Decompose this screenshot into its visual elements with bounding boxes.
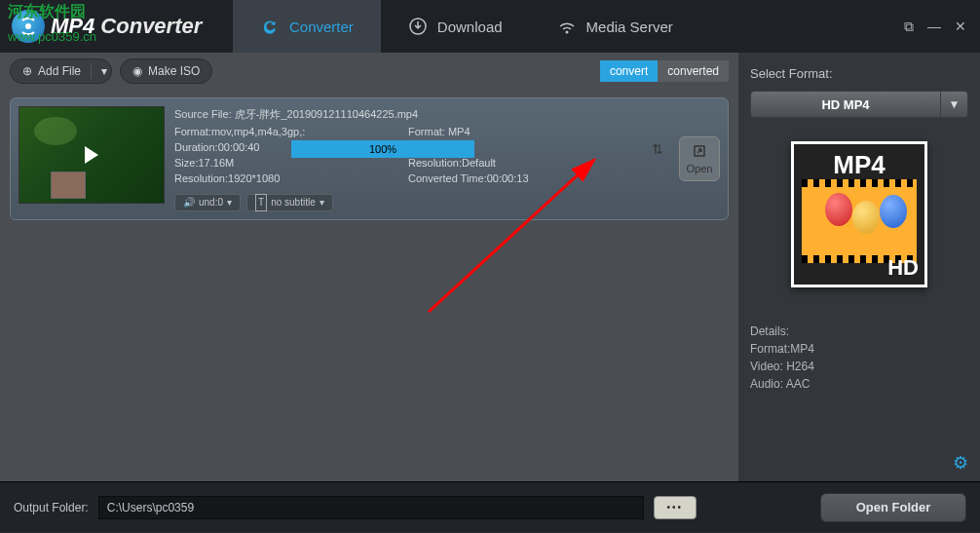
value: 1920*1080 <box>228 172 280 184</box>
value: no subtitle <box>271 195 316 210</box>
wifi-icon <box>557 17 577 36</box>
toggle-converted[interactable]: converted <box>658 60 729 82</box>
label: Resolution: <box>174 172 228 184</box>
button-label: Add File <box>38 64 81 78</box>
value: 00:00:40 <box>218 141 260 153</box>
value: mov,mp4,m4a,3gp,: <box>211 126 305 137</box>
chevron-down-icon: ▾ <box>101 64 107 78</box>
button-label: Open <box>687 163 713 174</box>
open-output-button[interactable]: Open <box>679 136 720 181</box>
source-file-label: Source File: <box>174 108 235 120</box>
format-details: Details: Format:MP4 Video: H264 Audio: A… <box>750 323 968 393</box>
title-bar: MP4 Converter 河东软件园 www.pc0359.cn Conver… <box>0 0 980 53</box>
output-folder-label: Output Folder: <box>14 501 89 514</box>
toolbar: ⊕ Add File ▾ ◉ Make ISO convert converte… <box>0 53 738 90</box>
select-format-label: Select Format: <box>750 66 968 81</box>
app-logo-icon <box>12 10 45 43</box>
convert-toggle: convert converted <box>600 60 729 82</box>
app-title: MP4 Converter <box>51 14 202 39</box>
popout-icon[interactable]: ⧉ <box>904 19 914 35</box>
audio-track-select[interactable]: 🔊 und:0 ▾ <box>174 194 241 211</box>
value: 17.16M <box>198 157 234 169</box>
sort-icon[interactable]: ⇅ <box>652 141 663 157</box>
disc-icon: ◉ <box>132 64 142 78</box>
detail-format: Format:MP4 <box>750 340 968 358</box>
details-label: Details: <box>750 323 968 340</box>
chevron-down-icon: ▼ <box>940 91 967 118</box>
main-tabs: Converter Download Media Server <box>233 0 700 53</box>
refresh-icon <box>260 17 280 36</box>
source-file-value: 虎牙-胖炸_201909121110464225.mp4 <box>235 108 418 120</box>
speaker-icon: 🔊 <box>183 195 195 210</box>
preview-label-top: MP4 <box>794 150 924 180</box>
detail-video: Video: H264 <box>750 358 968 375</box>
format-dropdown[interactable]: HD MP4 ▼ <box>750 91 968 118</box>
browse-button[interactable]: ••• <box>654 496 697 519</box>
tab-label: Download <box>437 19 503 35</box>
gear-icon[interactable]: ⚙ <box>953 452 968 474</box>
svg-point-2 <box>565 31 568 34</box>
file-item: Source File: 虎牙-胖炸_201909121110464225.mp… <box>10 97 729 220</box>
label: Resolution: <box>408 157 462 169</box>
download-icon <box>408 17 428 36</box>
chevron-down-icon: ▾ <box>227 195 232 210</box>
converter-panel: ⊕ Add File ▾ ◉ Make ISO convert converte… <box>0 53 738 481</box>
preview-label-bottom: HD <box>887 255 919 281</box>
video-thumbnail[interactable] <box>19 106 165 204</box>
button-label: Make ISO <box>148 64 200 78</box>
format-value: HD MP4 <box>751 97 940 112</box>
tab-download[interactable]: Download <box>381 0 530 53</box>
format-panel: Select Format: HD MP4 ▼ MP4 HD Details: … <box>738 53 980 481</box>
tab-media-server[interactable]: Media Server <box>530 0 700 53</box>
label: Size: <box>174 157 198 169</box>
close-icon[interactable]: ✕ <box>955 19 966 35</box>
play-icon <box>85 146 98 164</box>
label: Duration: <box>174 141 218 153</box>
format-preview-icon: MP4 HD <box>791 141 927 287</box>
tab-converter[interactable]: Converter <box>233 0 381 53</box>
text-icon: T <box>255 194 267 211</box>
value: 00:00:13 <box>487 172 529 184</box>
open-icon <box>692 143 707 161</box>
window-controls: ⧉ — ✕ <box>904 19 980 35</box>
label: Format: <box>174 126 211 137</box>
output-folder-input[interactable] <box>98 496 644 519</box>
label: Format: <box>408 126 448 137</box>
svg-point-0 <box>25 23 31 29</box>
logo-area: MP4 Converter 河东软件园 www.pc0359.cn <box>0 0 233 53</box>
toggle-convert[interactable]: convert <box>600 60 658 82</box>
make-iso-button[interactable]: ◉ Make ISO <box>120 58 212 84</box>
value: Default <box>462 157 496 169</box>
add-file-button[interactable]: ⊕ Add File ▾ <box>10 58 112 84</box>
minimize-icon[interactable]: — <box>927 19 941 35</box>
file-info: Source File: 虎牙-胖炸_201909121110464225.mp… <box>174 106 669 211</box>
value: und:0 <box>199 195 223 210</box>
open-folder-button[interactable]: Open Folder <box>820 493 966 522</box>
progress-bar: 100% <box>291 140 474 158</box>
detail-audio: Audio: AAC <box>750 375 968 393</box>
tab-label: Converter <box>289 19 354 35</box>
footer: Output Folder: ••• Open Folder <box>0 481 980 532</box>
tab-label: Media Server <box>586 19 673 35</box>
chevron-down-icon: ▾ <box>320 195 324 210</box>
subtitle-select[interactable]: T no subtitle ▾ <box>246 194 333 211</box>
plus-icon: ⊕ <box>22 64 32 78</box>
label: Converted Time: <box>408 172 487 184</box>
value: MP4 <box>448 126 471 137</box>
